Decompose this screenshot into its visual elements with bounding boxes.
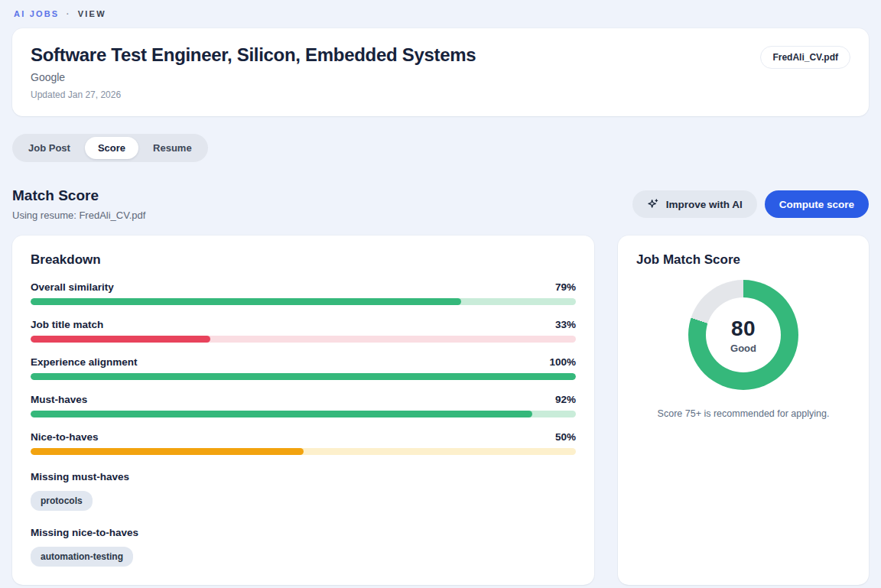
page: AI JOBS · VIEW Software Test Engineer, S…: [0, 0, 881, 588]
metric-row-must-haves: Must-haves 92%: [31, 394, 576, 417]
breadcrumb-section[interactable]: AI JOBS: [14, 9, 59, 18]
metric-bar-fill: [31, 411, 532, 417]
metric-value: 33%: [555, 319, 576, 330]
job-header-info: Software Test Engineer, Silicon, Embedde…: [31, 44, 476, 100]
score-rating: Good: [730, 343, 756, 354]
score-donut-center: 80 Good: [706, 297, 781, 372]
tab-score[interactable]: Score: [85, 137, 138, 159]
action-buttons: Improve with AI Compute score: [632, 190, 869, 218]
metric-bar-track: [31, 373, 576, 380]
metric-value: 92%: [555, 394, 576, 405]
metric-value: 50%: [555, 431, 576, 443]
missing-must-haves-chips: protocols: [31, 491, 576, 511]
tab-job-post[interactable]: Job Post: [15, 137, 83, 159]
match-score-header-row: Match Score Using resume: FredAli_CV.pdf…: [12, 187, 869, 221]
metric-bar-track: [31, 448, 576, 455]
job-match-score-card: Job Match Score 80 Good Score 75+ is rec…: [618, 236, 869, 585]
tab-bar: Job Post Score Resume: [12, 134, 208, 162]
updated-date: Updated Jan 27, 2026: [31, 89, 476, 100]
section-title: Match Score: [12, 187, 145, 204]
sparkles-icon: [647, 198, 659, 210]
breadcrumb: AI JOBS · VIEW: [14, 9, 869, 18]
metric-value: 79%: [555, 281, 576, 293]
score-donut: 80 Good: [688, 280, 798, 390]
metric-bar-track: [31, 298, 576, 305]
metric-bar-fill: [31, 373, 576, 380]
score-body: 80 Good Score 75+ is recommended for app…: [636, 268, 850, 419]
metric-value: 100%: [549, 356, 576, 368]
resume-badge[interactable]: FredAli_CV.pdf: [760, 46, 850, 69]
metric-row-experience-alignment: Experience alignment 100%: [31, 356, 576, 380]
compute-score-button[interactable]: Compute score: [765, 190, 869, 218]
metric-bar-fill: [31, 448, 304, 455]
missing-skill-chip: protocols: [31, 491, 93, 511]
metric-label: Must-haves: [31, 394, 87, 405]
missing-nice-to-haves-chips: automation-testing: [31, 547, 576, 567]
tab-resume[interactable]: Resume: [140, 137, 205, 159]
missing-must-haves-label: Missing must-haves: [31, 471, 576, 482]
metric-label: Experience alignment: [31, 356, 138, 368]
metric-label: Nice-to-haves: [31, 431, 99, 443]
metric-row-overall-similarity: Overall similarity 79%: [31, 281, 576, 305]
metric-label: Overall similarity: [31, 281, 114, 293]
metric-row-job-title-match: Job title match 33%: [31, 319, 576, 343]
job-header-card: Software Test Engineer, Silicon, Embedde…: [12, 28, 869, 116]
company-name: Google: [31, 71, 476, 83]
main-content: Breakdown Overall similarity 79% Job tit…: [12, 236, 869, 585]
section-subtitle: Using resume: FredAli_CV.pdf: [12, 210, 145, 221]
breadcrumb-page: VIEW: [78, 9, 106, 18]
metric-bar-track: [31, 336, 576, 343]
score-value: 80: [731, 317, 756, 341]
job-match-score-title: Job Match Score: [636, 252, 850, 268]
breakdown-title: Breakdown: [31, 252, 576, 268]
metric-bar-fill: [31, 336, 210, 343]
missing-nice-to-haves-label: Missing nice-to-haves: [31, 527, 576, 538]
metric-label: Job title match: [31, 319, 103, 330]
match-score-heading-block: Match Score Using resume: FredAli_CV.pdf: [12, 187, 145, 221]
metric-bar-track: [31, 411, 576, 417]
improve-with-ai-label: Improve with AI: [666, 199, 743, 210]
missing-skill-chip: automation-testing: [31, 547, 133, 567]
score-note: Score 75+ is recommended for applying.: [658, 408, 830, 419]
metric-row-nice-to-haves: Nice-to-haves 50%: [31, 431, 576, 455]
improve-with-ai-button[interactable]: Improve with AI: [632, 190, 757, 218]
metric-bar-fill: [31, 298, 461, 305]
job-title: Software Test Engineer, Silicon, Embedde…: [31, 44, 476, 66]
breadcrumb-separator: ·: [67, 9, 71, 18]
breakdown-card: Breakdown Overall similarity 79% Job tit…: [12, 236, 594, 585]
